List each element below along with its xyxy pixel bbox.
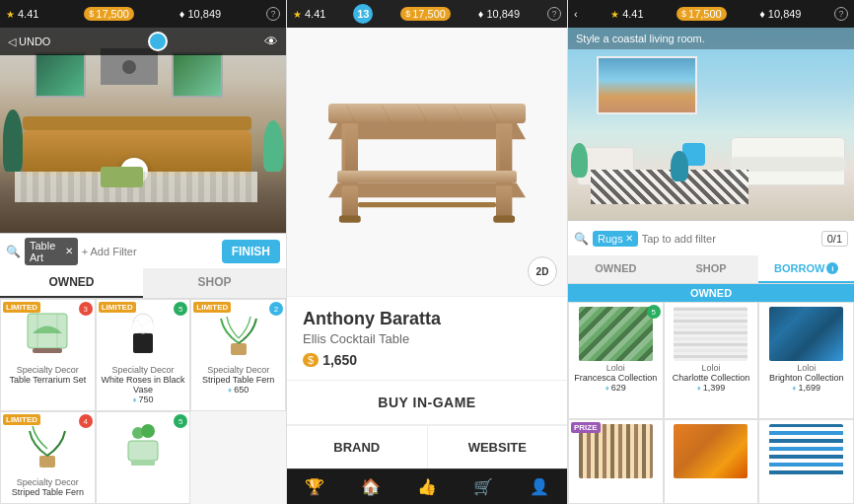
left-rating: ★ 4.41: [6, 8, 38, 20]
add-filter-input-right[interactable]: [642, 233, 818, 245]
rug-collection-3: Brighton Collection: [769, 373, 844, 383]
help-icon[interactable]: ?: [266, 7, 280, 21]
product-actions: BUY IN-GAME BRAND WEBSITE: [287, 380, 567, 468]
center-rating: ★ 4.41: [293, 8, 325, 20]
list-item[interactable]: LIMITED 3 Specialty Decor Table Terrariu…: [0, 299, 96, 411]
nav-cart-icon[interactable]: 🛒: [473, 477, 493, 496]
item-label-4: Specialty Decor: [17, 477, 79, 487]
badge-num-r1: 5: [647, 305, 661, 319]
left-room-scene: ⬤ ◁ UNDO 👁: [0, 28, 286, 233]
list-item[interactable]: LIMITED 4 Specialty Decor Striped Table …: [0, 411, 96, 504]
finish-button[interactable]: FINISH: [222, 240, 280, 263]
gem-icon-right: ♦: [759, 8, 765, 20]
item-name-4: Striped Table Fern: [12, 487, 84, 497]
tab-shop-left[interactable]: SHOP: [143, 268, 286, 298]
center-gems: ♦ 10,849: [478, 8, 520, 20]
coin-icon: $: [89, 9, 94, 19]
list-item[interactable]: 5 Loloi Francesca Collection ♦ 629: [568, 302, 664, 419]
list-item[interactable]: Loloi Brighton Collection ♦ 1,699: [758, 302, 854, 419]
item-image-2: [108, 304, 178, 363]
tab-owned-left[interactable]: OWNED: [0, 268, 143, 298]
list-item[interactable]: Loloi Charlotte Collection ♦ 1,399: [664, 302, 759, 419]
website-button[interactable]: WEBSITE: [428, 426, 568, 468]
coin-icon-center: $: [405, 9, 410, 19]
rug-brand-3: Loloi: [797, 363, 816, 373]
list-item[interactable]: [758, 419, 854, 505]
badge-13: 13: [353, 4, 373, 24]
svg-rect-11: [128, 441, 158, 461]
tag-close-left[interactable]: ✕: [65, 246, 73, 256]
center-status-bar: ★ 4.41 13 $ 17,500 ♦ 10,849 ?: [287, 0, 567, 28]
eye-icon[interactable]: 👁: [264, 34, 278, 49]
product-image-area: 2D: [287, 28, 567, 296]
search-tag-left[interactable]: Table Art ✕: [25, 238, 78, 265]
help-icon-right[interactable]: ?: [834, 7, 848, 21]
tab-shop-right[interactable]: SHOP: [664, 255, 759, 283]
left-coins: $ 17,500: [84, 7, 134, 21]
badge-limited-1: LIMITED: [3, 302, 40, 313]
star-icon: ★: [6, 9, 15, 20]
list-item[interactable]: LIMITED 2 Specialty Decor Striped Table …: [190, 299, 286, 411]
item-name-1: Table Terrarium Set: [9, 375, 86, 385]
item-name-2: White Roses in Black Vase: [101, 375, 186, 395]
product-brand: Anthony Baratta: [303, 309, 551, 329]
rug-image-5: [674, 424, 747, 478]
help-icon-center[interactable]: ?: [547, 7, 561, 21]
search-tag-right[interactable]: Rugs ✕: [593, 231, 638, 247]
list-item[interactable]: [664, 419, 759, 505]
svg-rect-32: [358, 202, 496, 207]
borrow-info-icon: i: [826, 262, 838, 274]
nav-person-icon[interactable]: 👤: [530, 477, 549, 496]
product-image: [328, 83, 526, 241]
count-badge: 0/1: [821, 231, 848, 247]
rug-image-3: [769, 307, 843, 361]
nav-thumbsup-icon[interactable]: 👍: [417, 477, 437, 496]
svg-rect-9: [231, 343, 247, 355]
left-status-bar: ★ 4.41 $ 17,500 ♦ 10,849 ?: [0, 0, 286, 28]
list-item[interactable]: LIMITED 5 Specialty Decor White Roses in…: [96, 299, 191, 411]
star-icon-center: ★: [293, 9, 302, 20]
left-gems: ♦ 10,849: [179, 8, 221, 20]
color-picker[interactable]: [148, 32, 168, 51]
right-room-scene: Style a coastal living room.: [568, 28, 854, 220]
badge-num-1: 3: [79, 302, 93, 316]
toggle-2d-button[interactable]: 2D: [528, 256, 557, 286]
add-filter-input-left[interactable]: [82, 246, 218, 257]
right-gems: ♦ 10,849: [759, 8, 801, 20]
item-label-2: Specialty Decor: [111, 365, 174, 375]
undo-button[interactable]: ◁ UNDO: [8, 36, 50, 48]
right-panel: ‹ ★ 4.41 $ 17,500 ♦ 10,849 ? Style a coa…: [568, 0, 854, 504]
nav-home-icon[interactable]: 🏠: [361, 477, 381, 496]
rug-price-3: ♦ 1,699: [792, 383, 820, 393]
rug-brand-2: Loloi: [701, 363, 720, 373]
tag-close-right[interactable]: ✕: [625, 233, 633, 244]
rug-price-1: ♦ 629: [605, 383, 626, 393]
list-item[interactable]: PRIZE: [568, 419, 664, 505]
svg-rect-30: [342, 186, 358, 218]
item-label-3: Specialty Decor: [207, 365, 269, 375]
undo-bar: ◁ UNDO 👁: [0, 28, 286, 55]
tab-borrow-right[interactable]: BORROW i: [758, 255, 854, 283]
rug-price-2: ♦ 1,399: [697, 383, 726, 393]
star-icon-right: ★: [610, 9, 619, 20]
brand-button[interactable]: BRAND: [287, 426, 428, 468]
buy-in-game-button[interactable]: BUY IN-GAME: [287, 380, 567, 425]
item-image-1: [13, 304, 82, 363]
list-item[interactable]: 5: [96, 411, 191, 504]
right-back-btn[interactable]: ‹: [574, 8, 578, 20]
right-tabs: OWNED SHOP BORROW i: [568, 255, 854, 284]
svg-rect-3: [33, 348, 62, 353]
badge-limited-4: LIMITED: [3, 414, 40, 425]
tab-owned-right[interactable]: OWNED: [568, 255, 664, 283]
svg-point-14: [141, 424, 155, 438]
badge-limited-2: LIMITED: [99, 302, 136, 313]
price-coin-icon: $: [303, 353, 319, 367]
nav-trophy-icon[interactable]: 🏆: [305, 477, 324, 496]
badge-num-3: 2: [269, 302, 283, 316]
svg-rect-33: [339, 216, 361, 223]
svg-rect-10: [39, 456, 55, 468]
right-items-grid: 5 Loloi Francesca Collection ♦ 629 Loloi…: [568, 302, 854, 504]
badge-num-2: 5: [174, 302, 187, 316]
coin-icon-right: $: [681, 9, 686, 19]
left-items-grid: LIMITED 3 Specialty Decor Table Terrariu…: [0, 299, 286, 504]
